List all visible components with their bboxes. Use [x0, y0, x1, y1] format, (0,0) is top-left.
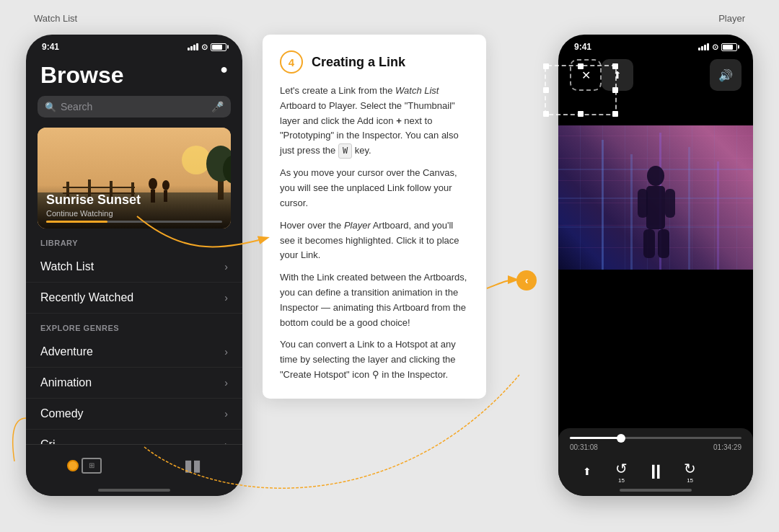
play-pause-button[interactable]: ⏸ — [643, 458, 669, 484]
rewind-wrap: ↺ 15 — [615, 460, 628, 484]
forward-icon: ↻ — [684, 460, 696, 477]
time-row: 00:31:08 01:34:29 — [570, 443, 741, 451]
rewind-icon: ↺ — [615, 460, 628, 477]
player-battery-icon — [721, 43, 737, 51]
search-icon: 🔍 — [45, 102, 56, 112]
status-bar-player: 9:41 ⊙ — [558, 35, 753, 56]
spacer-right — [711, 458, 737, 484]
signal-bar-3 — [193, 45, 195, 50]
playback-controls: ⬆ ↺ 15 ⏸ ↻ 15 — [570, 458, 741, 484]
forward-button[interactable]: ↻ 15 — [677, 458, 703, 484]
profile-icon[interactable]: ● — [220, 62, 228, 77]
forward-wrap: ↻ 15 — [684, 460, 696, 484]
svg-point-25 — [647, 166, 664, 186]
player-signal-icon — [698, 43, 709, 50]
signal-bar-4 — [196, 43, 198, 50]
tab-library[interactable]: ▮▮ — [184, 456, 201, 475]
total-time: 01:34:29 — [713, 443, 741, 451]
battery-icon — [211, 43, 226, 51]
sel-handle-bm — [578, 111, 584, 117]
home-bar — [98, 489, 170, 492]
player-signal-bar-3 — [704, 45, 706, 50]
tooltip-para-2: As you move your cursor over the Canvas,… — [280, 166, 469, 210]
player-image — [558, 125, 753, 270]
svg-rect-27 — [638, 189, 648, 218]
genre-item-comedy[interactable]: Comedy › — [26, 399, 242, 430]
tooltip-card: 4 Creating a Link Let's create a Link fr… — [263, 35, 486, 399]
tooltip-para-3: Hover over the Player Artboard, and you'… — [280, 218, 469, 263]
player-controls: 00:31:08 01:34:29 ⬆ ↺ 15 ⏸ ↻ 15 — [558, 428, 753, 496]
chevron-icon-animation: › — [224, 377, 228, 389]
player-signal-bar-2 — [701, 46, 703, 50]
hotspot-dot — [67, 460, 79, 471]
genres-header: EXPLORE GENRES — [26, 314, 242, 337]
arrow-right-connector — [487, 280, 516, 288]
chevron-icon-recently-watched: › — [224, 292, 228, 303]
sel-handle-tm — [578, 63, 584, 69]
watchlist-item-label: Watch List — [40, 260, 94, 273]
progress-track[interactable] — [570, 437, 741, 439]
home-bar-player — [620, 489, 692, 492]
player-label: Player — [718, 13, 745, 24]
status-icons-watchlist: ⊙ — [188, 43, 226, 52]
browse-title: Browse — [26, 56, 242, 96]
signal-icon — [188, 43, 198, 50]
thumbnail-title: Sunrise Sunset — [46, 192, 222, 208]
mic-icon[interactable]: 🎤 — [211, 101, 224, 112]
black-space-middle — [558, 270, 753, 385]
search-bar[interactable]: 🔍 Search 🎤 — [38, 96, 231, 118]
airplay-ctrl-icon[interactable]: ⬆ — [574, 458, 600, 484]
sel-handle-bl — [543, 111, 549, 117]
progress-fill — [46, 221, 107, 223]
svg-rect-20 — [688, 147, 690, 270]
rewind-button[interactable]: ↺ 15 — [608, 458, 634, 484]
sel-handle-mr — [612, 87, 618, 93]
volume-icon: 🔊 — [718, 68, 733, 82]
svg-rect-26 — [646, 186, 665, 229]
hotspot-indicator: ⊞ — [67, 458, 102, 474]
thumbnail-overlay: Sunrise Sunset Continue Watching — [38, 185, 231, 229]
animation-label: Animation — [40, 376, 92, 389]
player-signal-bar-1 — [698, 48, 700, 50]
chevron-icon-adventure: › — [224, 346, 228, 358]
featured-thumbnail[interactable]: Sunrise Sunset Continue Watching — [38, 128, 231, 229]
selection-box — [545, 65, 617, 115]
adventure-label: Adventure — [40, 345, 93, 358]
status-bar-watchlist: 9:41 ⊙ — [26, 35, 242, 56]
home-tab-icon: ⊞ — [89, 461, 94, 469]
svg-rect-29 — [643, 229, 655, 258]
signal-bar-1 — [188, 48, 190, 50]
svg-point-12 — [182, 146, 211, 174]
chevron-icon-watchlist: › — [224, 261, 228, 272]
time-watchlist: 9:41 — [42, 42, 59, 52]
pause-icon: ⏸ — [646, 460, 666, 484]
battery-fill — [212, 45, 222, 50]
library-header: LIBRARY — [26, 229, 242, 252]
time-player: 9:41 — [574, 42, 591, 52]
nav-chevron-left[interactable]: ‹ — [516, 270, 537, 291]
volume-button[interactable]: 🔊 — [710, 59, 741, 91]
comedy-label: Comedy — [40, 407, 84, 420]
search-input[interactable]: Search — [61, 101, 207, 112]
tooltip-para-1: Let's create a Link from the Watch List … — [280, 84, 469, 159]
library-tab-icon: ▮▮ — [184, 456, 201, 475]
player-scene-svg — [558, 125, 753, 270]
library-item-recently-watched[interactable]: Recently Watched › — [26, 283, 242, 314]
current-time: 00:31:08 — [570, 443, 598, 451]
airplay-ctrl-icon-symbol: ⬆ — [583, 466, 591, 477]
thumbnail-subtitle: Continue Watching — [46, 209, 222, 218]
step-circle: 4 — [280, 50, 303, 74]
player-wifi-icon: ⊙ — [712, 43, 718, 52]
watchlist-label: Watch List — [34, 13, 77, 24]
tab-home[interactable]: ⊞ — [67, 458, 102, 474]
player-status-icons: ⊙ — [698, 43, 737, 52]
genre-item-animation[interactable]: Animation › — [26, 368, 242, 399]
svg-rect-17 — [602, 140, 604, 270]
wifi-icon: ⊙ — [201, 43, 208, 52]
hotspot-square: ⊞ — [82, 458, 102, 474]
sel-handle-ml — [543, 87, 549, 93]
library-item-watchlist[interactable]: Watch List › — [26, 252, 242, 283]
genre-item-adventure[interactable]: Adventure › — [26, 337, 242, 368]
player-signal-bar-4 — [707, 43, 709, 50]
progress-thumb — [617, 434, 625, 443]
